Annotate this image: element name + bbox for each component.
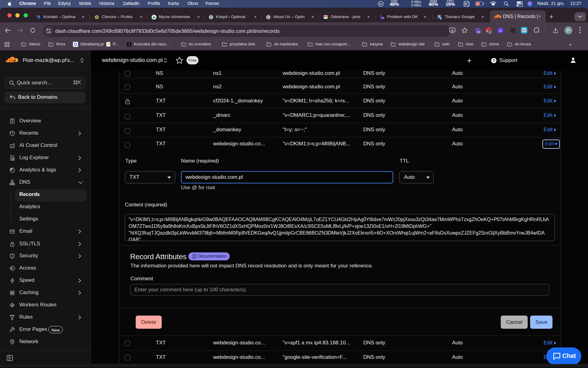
svg-text:u: u	[499, 29, 501, 32]
svg-text:?: ?	[493, 59, 495, 63]
